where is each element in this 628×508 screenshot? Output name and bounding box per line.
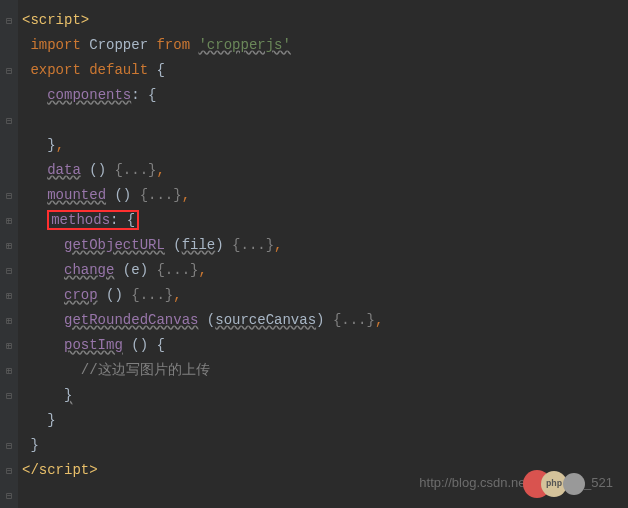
- fold-icon[interactable]: ⊞: [0, 333, 18, 358]
- code-line: <script>: [22, 8, 383, 33]
- fold-icon[interactable]: [0, 83, 18, 108]
- code-editor: ⊟ ⊟ ⊟ ⊟ ⊞ ⊞ ⊟ ⊞ ⊞ ⊞ ⊞ ⊟ ⊟ ⊟ ⊟ ⊟ <script>…: [0, 0, 628, 508]
- fold-icon[interactable]: ⊟: [0, 483, 18, 508]
- code-line: </script>: [22, 458, 383, 483]
- code-line: components: {: [22, 83, 383, 108]
- fold-icon[interactable]: [0, 408, 18, 433]
- fold-icon[interactable]: [0, 33, 18, 58]
- fold-icon[interactable]: ⊟: [0, 383, 18, 408]
- code-area[interactable]: <script> import Cropper from 'cropperjs'…: [18, 0, 387, 508]
- fold-icon[interactable]: ⊞: [0, 358, 18, 383]
- code-line: }: [22, 433, 383, 458]
- code-line: change (e) {...},: [22, 258, 383, 283]
- fold-icon[interactable]: ⊞: [0, 233, 18, 258]
- code-line: getObjectURL (file) {...},: [22, 233, 383, 258]
- fold-icon[interactable]: ⊟: [0, 58, 18, 83]
- code-line: },: [22, 133, 383, 158]
- code-line: export default {: [22, 58, 383, 83]
- code-line: mounted () {...},: [22, 183, 383, 208]
- code-line: //这边写图片的上传: [22, 358, 383, 383]
- fold-icon[interactable]: ⊞: [0, 308, 18, 333]
- code-line: postImg () {: [22, 333, 383, 358]
- fold-icon[interactable]: [0, 158, 18, 183]
- fold-icon[interactable]: ⊟: [0, 458, 18, 483]
- fold-icon[interactable]: ⊟: [0, 183, 18, 208]
- fold-icon[interactable]: ⊟: [0, 8, 18, 33]
- fold-icon[interactable]: ⊞: [0, 283, 18, 308]
- code-line: methods: {: [22, 208, 383, 233]
- code-line: import Cropper from 'cropperjs': [22, 33, 383, 58]
- gutter: ⊟ ⊟ ⊟ ⊟ ⊞ ⊞ ⊟ ⊞ ⊞ ⊞ ⊞ ⊟ ⊟ ⊟ ⊟ ⊟: [0, 0, 18, 508]
- code-line: crop () {...},: [22, 283, 383, 308]
- code-line: getRoundedCanvas (sourceCanvas) {...},: [22, 308, 383, 333]
- fold-icon[interactable]: ⊞: [0, 208, 18, 233]
- code-line: }: [22, 408, 383, 433]
- methods-highlight: methods: {: [47, 210, 139, 230]
- fold-icon[interactable]: ⊟: [0, 433, 18, 458]
- fold-icon[interactable]: [0, 133, 18, 158]
- code-line: [22, 108, 383, 133]
- fold-icon[interactable]: ⊟: [0, 108, 18, 133]
- fold-icon[interactable]: ⊟: [0, 258, 18, 283]
- code-line: data () {...},: [22, 158, 383, 183]
- code-line: }: [22, 383, 383, 408]
